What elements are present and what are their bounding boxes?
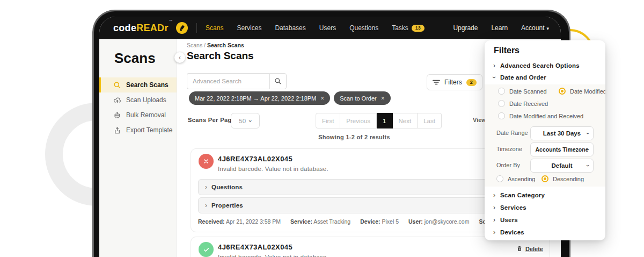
nav-item-services[interactable]: Services [237, 24, 261, 32]
export-icon [113, 126, 121, 134]
section-scan-category[interactable]: › Scan Category [493, 191, 545, 199]
radio-icon [498, 100, 505, 107]
chevron-down-icon: ▾ [546, 26, 549, 31]
radio-date-received[interactable]: Date Received [498, 100, 548, 107]
nav-divider [196, 23, 197, 33]
search-button[interactable] [269, 73, 287, 89]
chevron-down-icon: › [491, 76, 498, 78]
breadcrumb[interactable]: Scans / Search Scans [187, 42, 244, 48]
sidebar-collapse-button[interactable]: ‹ [174, 52, 185, 63]
timezone-select[interactable]: Accounts Timezone › [530, 142, 594, 156]
section-label: Advanced Search Options [500, 62, 580, 69]
filters-panel: Filters › Advanced Search Options › Date… [485, 40, 605, 240]
section-date-and-order[interactable]: › Date and Order [493, 74, 546, 81]
chevron-down-icon: › [585, 148, 591, 151]
radio-descending[interactable]: Descending [541, 175, 584, 182]
radio-label: Date Modified [570, 88, 605, 95]
radio-ascending[interactable]: Ascending [496, 175, 535, 182]
radio-date-modified-and-received[interactable]: Date Modified and Received [498, 112, 583, 119]
section-services[interactable]: › Services [493, 204, 526, 211]
section-label: Date and Order [500, 74, 546, 81]
tasks-label: Tasks [392, 24, 408, 32]
section-advanced-search-options[interactable]: › Advanced Search Options [493, 62, 580, 69]
nav-item-users[interactable]: Users [319, 24, 336, 32]
pagination-next[interactable]: Next [393, 113, 418, 128]
section-label: Devices [500, 229, 524, 235]
chevron-right-icon: › [493, 216, 495, 224]
accordion-label: Properties [211, 202, 243, 209]
delete-scan-link[interactable]: Delete [516, 245, 543, 252]
section-users[interactable]: › Users [493, 216, 518, 224]
pagination-page-1[interactable]: 1 [377, 113, 392, 128]
filter-chips: Mar 22, 2022 2:18PM → Apr 22, 2022 2:18P… [189, 91, 391, 105]
nav-links: Scans Services Databases Users Questions… [206, 24, 425, 32]
chevron-down-icon: › [585, 132, 591, 134]
valid-status-icon [199, 242, 214, 257]
trash-icon [516, 245, 523, 252]
sidebar-item-label: Bulk Removal [126, 111, 166, 119]
date-range-chip[interactable]: Mar 22, 2022 2:18PM → Apr 22, 2022 2:18P… [189, 91, 330, 105]
radio-label: Date Scanned [509, 88, 547, 95]
sidebar-item-scan-uploads[interactable]: Scan Uploads [99, 92, 177, 108]
radio-date-modified[interactable]: Date Modified [559, 88, 605, 95]
account-menu[interactable]: Account▾ [521, 24, 549, 32]
per-page-value: 50 [239, 118, 246, 124]
radio-icon [498, 112, 505, 119]
barcode-value: 4J6RE4X73AL02X045 [218, 155, 292, 163]
sidebar-title: Scans [114, 50, 177, 67]
marketing-screenshot: codeREADr™ Scans Services Databases User… [0, 0, 644, 257]
nav-item-questions[interactable]: Questions [349, 24, 378, 32]
sidebar-item-search-scans[interactable]: Search Scans [99, 77, 177, 92]
radio-label: Date Received [509, 101, 548, 107]
order-by-select[interactable]: Default › [530, 159, 594, 173]
chevron-right-icon: › [493, 204, 495, 211]
pagination-last[interactable]: Last [418, 113, 442, 128]
chip-close-icon[interactable]: × [320, 95, 324, 102]
radio-label: Date Modified and Received [509, 113, 583, 119]
nav-right: Upgrade Learn Account▾ [453, 24, 549, 32]
sidebar-item-export-template[interactable]: Export Template [99, 123, 177, 138]
service-chip[interactable]: Scan to Order × [334, 91, 391, 105]
meta-service: Service: Asset Tracking [290, 218, 350, 225]
chip-label: Scan to Order [340, 95, 376, 102]
sidebar-item-label: Scan Uploads [126, 96, 166, 104]
invalid-status-icon [199, 154, 214, 169]
order-by-label: Order By [496, 162, 520, 168]
sidebar-item-bulk-removal[interactable]: Bulk Removal [99, 108, 177, 123]
section-devices[interactable]: › Devices [493, 229, 524, 236]
cloud-upload-icon [113, 96, 121, 104]
nav-item-scans[interactable]: Scans [206, 24, 223, 32]
tasks-count-badge: 13 [412, 25, 425, 32]
results-summary: Showing 1-2 of 2 results [306, 134, 402, 140]
search-icon [113, 81, 121, 89]
chip-close-icon[interactable]: × [381, 95, 385, 102]
accordion-label: Questions [211, 184, 243, 190]
chevron-right-icon: › [493, 229, 495, 236]
chip-label: Mar 22, 2022 2:18PM → Apr 22, 2022 2:18P… [195, 95, 316, 102]
filters-button[interactable]: Filters 2 [427, 74, 482, 90]
section-label: Services [500, 204, 526, 211]
date-range-select[interactable]: Last 30 Days › [530, 126, 594, 140]
chevron-right-icon: › [493, 62, 495, 69]
sidebar-item-label: Export Template [126, 126, 173, 134]
nav-item-tasks[interactable]: Tasks 13 [392, 24, 425, 32]
section-label: Users [500, 217, 518, 223]
per-page-select[interactable]: 50 › [231, 113, 260, 128]
filter-icon [433, 79, 440, 85]
page-title: Search Scans [187, 50, 254, 62]
brand-wordmark: codeREADr™ [113, 23, 173, 34]
radio-icon [559, 88, 566, 95]
pagination: First Previous 1 Next Last [316, 113, 442, 128]
nav-item-upgrade[interactable]: Upgrade [453, 24, 478, 32]
search-icon [274, 77, 282, 85]
radio-date-scanned[interactable]: Date Scanned [498, 88, 547, 95]
scan-meta-row: Received: Apr 21, 2022 3:58 PM Service: … [198, 218, 501, 225]
brand-logo[interactable]: codeREADr™ [113, 22, 188, 34]
advanced-search-input[interactable] [187, 73, 269, 89]
nav-item-learn[interactable]: Learn [491, 24, 508, 32]
pagination-first[interactable]: First [316, 113, 340, 128]
pagination-previous[interactable]: Previous [340, 113, 377, 128]
delete-label: Delete [525, 246, 543, 252]
nav-item-databases[interactable]: Databases [275, 24, 305, 32]
scanner-icon [176, 22, 188, 34]
